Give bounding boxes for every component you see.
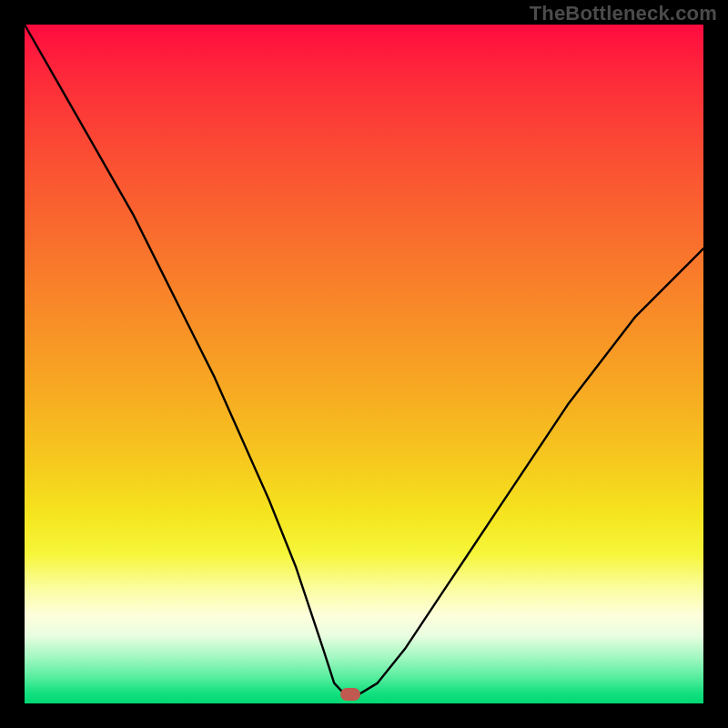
chart-frame: TheBottleneck.com [0,0,728,728]
plot-area [25,25,703,703]
curve-path [25,25,703,694]
watermark-text: TheBottleneck.com [530,2,717,25]
bottleneck-curve [25,25,703,703]
optimal-point-marker [340,688,360,701]
